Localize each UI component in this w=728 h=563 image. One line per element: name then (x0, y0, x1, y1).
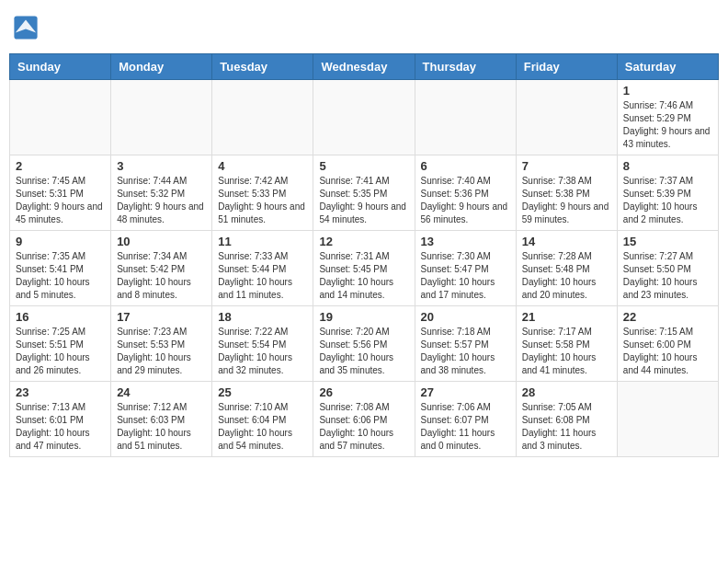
weekday-header-sunday: Sunday (10, 54, 111, 80)
day-info: Sunrise: 7:10 AM Sunset: 6:04 PM Dayligh… (218, 401, 307, 453)
calendar-cell (516, 80, 617, 155)
day-info: Sunrise: 7:37 AM Sunset: 5:39 PM Dayligh… (623, 175, 712, 226)
day-info: Sunrise: 7:35 AM Sunset: 5:41 PM Dayligh… (16, 250, 105, 302)
day-info: Sunrise: 7:28 AM Sunset: 5:48 PM Dayligh… (522, 250, 611, 302)
day-number: 7 (522, 159, 611, 173)
header (9, 9, 719, 46)
calendar-cell: 28Sunrise: 7:05 AM Sunset: 6:08 PM Dayli… (516, 382, 617, 457)
calendar-cell: 8Sunrise: 7:37 AM Sunset: 5:39 PM Daylig… (617, 155, 718, 231)
day-info: Sunrise: 7:41 AM Sunset: 5:35 PM Dayligh… (319, 175, 408, 226)
calendar-cell (617, 382, 718, 457)
day-number: 24 (117, 385, 206, 399)
calendar-cell: 20Sunrise: 7:18 AM Sunset: 5:57 PM Dayli… (415, 306, 516, 382)
day-number: 19 (319, 310, 408, 324)
calendar-cell: 17Sunrise: 7:23 AM Sunset: 5:53 PM Dayli… (111, 306, 212, 382)
calendar-cell (313, 80, 415, 155)
day-number: 21 (522, 310, 611, 324)
calendar-cell: 21Sunrise: 7:17 AM Sunset: 5:58 PM Dayli… (516, 306, 617, 382)
weekday-header-saturday: Saturday (617, 54, 718, 80)
week-row-1: 1Sunrise: 7:46 AM Sunset: 5:29 PM Daylig… (10, 80, 719, 155)
day-number: 18 (218, 310, 307, 324)
calendar-cell: 27Sunrise: 7:06 AM Sunset: 6:07 PM Dayli… (415, 382, 516, 457)
weekday-header-tuesday: Tuesday (212, 54, 313, 80)
calendar-cell: 13Sunrise: 7:30 AM Sunset: 5:47 PM Dayli… (415, 231, 516, 306)
day-number: 16 (16, 310, 105, 324)
day-number: 6 (421, 159, 510, 173)
day-number: 20 (421, 310, 510, 324)
day-number: 4 (218, 159, 307, 173)
day-info: Sunrise: 7:25 AM Sunset: 5:51 PM Dayligh… (16, 326, 105, 377)
calendar-cell: 2Sunrise: 7:45 AM Sunset: 5:31 PM Daylig… (10, 155, 111, 231)
day-info: Sunrise: 7:42 AM Sunset: 5:33 PM Dayligh… (218, 175, 307, 226)
day-info: Sunrise: 7:44 AM Sunset: 5:32 PM Dayligh… (117, 175, 206, 226)
day-info: Sunrise: 7:45 AM Sunset: 5:31 PM Dayligh… (16, 175, 105, 226)
calendar-cell (415, 80, 516, 155)
day-number: 10 (117, 235, 206, 248)
calendar-table: SundayMondayTuesdayWednesdayThursdayFrid… (9, 53, 719, 457)
calendar-cell: 19Sunrise: 7:20 AM Sunset: 5:56 PM Dayli… (313, 306, 415, 382)
day-number: 1 (623, 84, 712, 98)
day-info: Sunrise: 7:46 AM Sunset: 5:29 PM Dayligh… (623, 99, 712, 151)
day-info: Sunrise: 7:31 AM Sunset: 5:45 PM Dayligh… (319, 250, 408, 302)
day-info: Sunrise: 7:23 AM Sunset: 5:53 PM Dayligh… (117, 326, 206, 377)
day-number: 17 (117, 310, 206, 324)
day-number: 13 (421, 235, 510, 248)
calendar-cell: 1Sunrise: 7:46 AM Sunset: 5:29 PM Daylig… (617, 80, 718, 155)
day-info: Sunrise: 7:34 AM Sunset: 5:42 PM Dayligh… (117, 250, 206, 302)
day-number: 12 (319, 235, 408, 248)
calendar-cell: 11Sunrise: 7:33 AM Sunset: 5:44 PM Dayli… (212, 231, 313, 306)
day-info: Sunrise: 7:22 AM Sunset: 5:54 PM Dayligh… (218, 326, 307, 377)
day-info: Sunrise: 7:06 AM Sunset: 6:07 PM Dayligh… (421, 401, 510, 453)
day-number: 14 (522, 235, 611, 248)
calendar-cell: 16Sunrise: 7:25 AM Sunset: 5:51 PM Dayli… (10, 306, 111, 382)
logo (13, 15, 40, 40)
weekday-header-thursday: Thursday (415, 54, 516, 80)
day-info: Sunrise: 7:05 AM Sunset: 6:08 PM Dayligh… (522, 401, 611, 453)
weekday-header-monday: Monday (111, 54, 212, 80)
day-number: 25 (218, 385, 307, 399)
week-row-3: 9Sunrise: 7:35 AM Sunset: 5:41 PM Daylig… (10, 231, 719, 306)
day-number: 5 (319, 159, 408, 173)
calendar-cell (212, 80, 313, 155)
calendar-cell (111, 80, 212, 155)
week-row-5: 23Sunrise: 7:13 AM Sunset: 6:01 PM Dayli… (10, 382, 719, 457)
calendar-cell: 3Sunrise: 7:44 AM Sunset: 5:32 PM Daylig… (111, 155, 212, 231)
calendar-cell: 7Sunrise: 7:38 AM Sunset: 5:38 PM Daylig… (516, 155, 617, 231)
day-number: 15 (623, 235, 712, 248)
day-number: 26 (319, 385, 408, 399)
calendar-cell: 15Sunrise: 7:27 AM Sunset: 5:50 PM Dayli… (617, 231, 718, 306)
day-info: Sunrise: 7:12 AM Sunset: 6:03 PM Dayligh… (117, 401, 206, 453)
calendar-cell: 12Sunrise: 7:31 AM Sunset: 5:45 PM Dayli… (313, 231, 415, 306)
calendar-cell: 18Sunrise: 7:22 AM Sunset: 5:54 PM Dayli… (212, 306, 313, 382)
calendar-cell: 23Sunrise: 7:13 AM Sunset: 6:01 PM Dayli… (10, 382, 111, 457)
calendar-cell: 9Sunrise: 7:35 AM Sunset: 5:41 PM Daylig… (10, 231, 111, 306)
calendar-cell: 4Sunrise: 7:42 AM Sunset: 5:33 PM Daylig… (212, 155, 313, 231)
calendar-cell: 26Sunrise: 7:08 AM Sunset: 6:06 PM Dayli… (313, 382, 415, 457)
day-info: Sunrise: 7:17 AM Sunset: 5:58 PM Dayligh… (522, 326, 611, 377)
calendar-cell: 14Sunrise: 7:28 AM Sunset: 5:48 PM Dayli… (516, 231, 617, 306)
day-info: Sunrise: 7:40 AM Sunset: 5:36 PM Dayligh… (421, 175, 510, 226)
day-info: Sunrise: 7:08 AM Sunset: 6:06 PM Dayligh… (319, 401, 408, 453)
logo-icon (13, 15, 39, 40)
day-info: Sunrise: 7:27 AM Sunset: 5:50 PM Dayligh… (623, 250, 712, 302)
day-info: Sunrise: 7:15 AM Sunset: 6:00 PM Dayligh… (623, 326, 712, 377)
day-number: 3 (117, 159, 206, 173)
calendar-cell: 5Sunrise: 7:41 AM Sunset: 5:35 PM Daylig… (313, 155, 415, 231)
week-row-4: 16Sunrise: 7:25 AM Sunset: 5:51 PM Dayli… (10, 306, 719, 382)
weekday-header-friday: Friday (516, 54, 617, 80)
day-number: 27 (421, 385, 510, 399)
calendar-cell: 22Sunrise: 7:15 AM Sunset: 6:00 PM Dayli… (617, 306, 718, 382)
day-info: Sunrise: 7:30 AM Sunset: 5:47 PM Dayligh… (421, 250, 510, 302)
day-number: 28 (522, 385, 611, 399)
weekday-header-wednesday: Wednesday (313, 54, 415, 80)
day-info: Sunrise: 7:13 AM Sunset: 6:01 PM Dayligh… (16, 401, 105, 453)
day-number: 8 (623, 159, 712, 173)
calendar-cell: 10Sunrise: 7:34 AM Sunset: 5:42 PM Dayli… (111, 231, 212, 306)
calendar-cell: 6Sunrise: 7:40 AM Sunset: 5:36 PM Daylig… (415, 155, 516, 231)
weekday-header-row: SundayMondayTuesdayWednesdayThursdayFrid… (10, 54, 719, 80)
week-row-2: 2Sunrise: 7:45 AM Sunset: 5:31 PM Daylig… (10, 155, 719, 231)
day-info: Sunrise: 7:18 AM Sunset: 5:57 PM Dayligh… (421, 326, 510, 377)
calendar-cell: 25Sunrise: 7:10 AM Sunset: 6:04 PM Dayli… (212, 382, 313, 457)
day-number: 2 (16, 159, 105, 173)
day-number: 9 (16, 235, 105, 248)
